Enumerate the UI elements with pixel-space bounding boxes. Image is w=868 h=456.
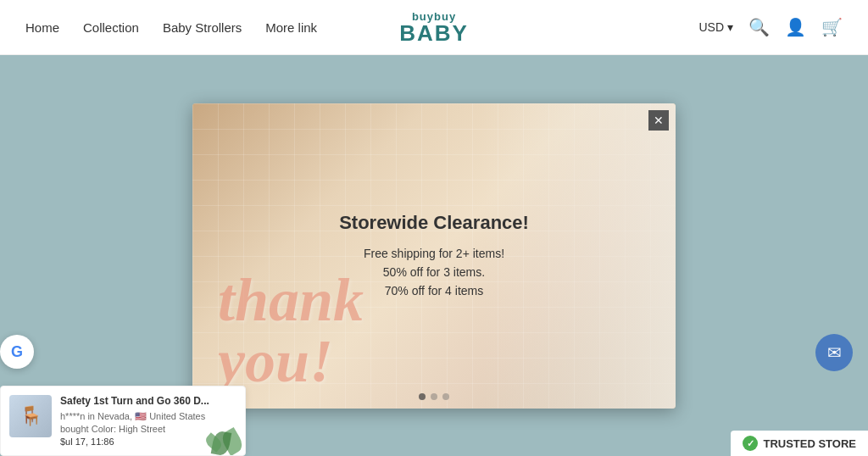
header-right: USD ▾ 🔍 👤 🛒	[698, 17, 843, 37]
nav-baby-strollers[interactable]: Baby Strollers	[163, 20, 242, 35]
notification-user: h****n in Nevada,	[60, 411, 132, 421]
page-background: thank you! ✕ Storewide Clearance! Free s…	[0, 55, 868, 456]
mail-icon: ✉	[827, 342, 842, 363]
search-icon: 🔍	[748, 17, 770, 37]
nav-more-link[interactable]: More link	[265, 20, 317, 35]
dot-3[interactable]	[442, 393, 449, 400]
currency-arrow-icon: ▾	[727, 20, 733, 34]
logo-bottom: BABY	[399, 22, 469, 44]
dot-2[interactable]	[431, 393, 437, 400]
currency-label: USD	[698, 20, 724, 34]
notification-product-title: Safety 1st Turn and Go 360 D...	[60, 395, 236, 409]
dot-1[interactable]	[419, 393, 426, 400]
modal-close-button[interactable]: ✕	[648, 110, 669, 131]
cart-icon: 🛒	[821, 17, 843, 37]
notification-action: bought Color: High Street	[60, 424, 165, 434]
site-logo[interactable]: buybuy BABY	[399, 11, 469, 44]
promo-line-3: 70% off for 4 items	[385, 284, 483, 298]
modal-slider-dots	[419, 393, 449, 400]
cart-button[interactable]: 🛒	[821, 17, 843, 37]
notification-flag: 🇺🇸	[135, 411, 147, 421]
chat-button[interactable]: ✉	[815, 334, 853, 371]
trusted-check-icon: ✓	[743, 436, 758, 451]
google-review-button[interactable]: G	[0, 335, 34, 369]
modal-title: Storewide Clearance!	[339, 212, 529, 234]
promo-line-1: Free shipping for 2+ items!	[364, 247, 504, 260]
check-icon: ✓	[747, 438, 754, 449]
promo-modal: thank you! ✕ Storewide Clearance! Free s…	[192, 103, 676, 409]
header: Home Collection Baby Strollers More link…	[0, 0, 868, 55]
trusted-store-label: TRUSTED STORE	[763, 437, 856, 450]
modal-content: Storewide Clearance! Free shipping for 2…	[192, 103, 676, 409]
account-button[interactable]: 👤	[785, 17, 806, 37]
notification-product-image: 🪑	[9, 395, 52, 437]
notification-decoration	[194, 421, 245, 455]
nav-collection[interactable]: Collection	[83, 20, 139, 35]
account-icon: 👤	[785, 17, 806, 37]
google-icon: G	[11, 343, 23, 361]
trusted-store-badge: ✓ TRUSTED STORE	[731, 431, 868, 456]
currency-selector[interactable]: USD ▾	[698, 20, 733, 34]
notification-popup: 🪑 Safety 1st Turn and Go 360 D... h****n…	[0, 386, 246, 456]
notification-country: United States	[149, 411, 205, 421]
promo-line-2: 50% off for 3 items.	[383, 265, 485, 279]
close-icon: ✕	[654, 114, 664, 127]
nav-home[interactable]: Home	[25, 20, 59, 35]
search-button[interactable]: 🔍	[748, 17, 770, 37]
main-nav: Home Collection Baby Strollers More link	[25, 20, 317, 35]
